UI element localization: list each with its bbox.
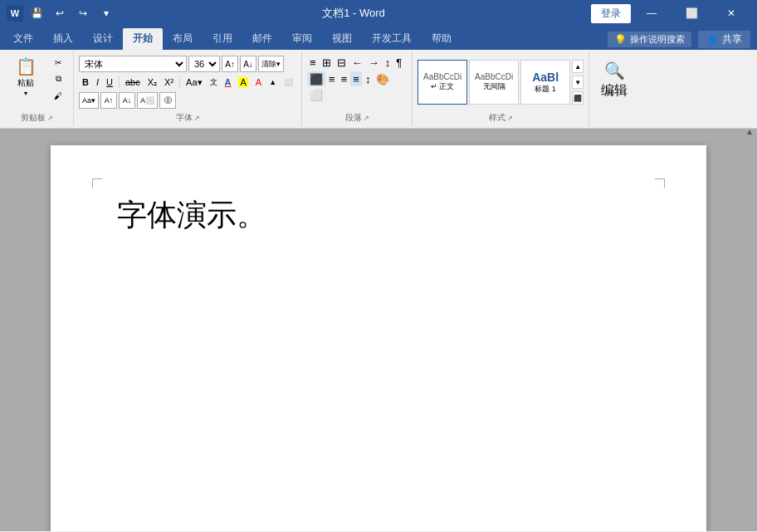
redo-button[interactable]: ↪ [73,3,93,23]
multilevel-button[interactable]: ⊟ [335,55,349,70]
paragraph-expand-icon[interactable]: ↗ [364,115,369,122]
shading-para-button[interactable]: 🎨 [374,71,392,86]
font-name-select[interactable]: 宋体 [79,56,187,72]
share-button[interactable]: 👤 共享 [698,31,750,48]
title-bar: W 💾 ↩ ↪ ▾ 文档1 - Word 登录 — ⬜ ✕ [0,0,757,27]
justify-button[interactable]: ≡ [350,71,362,86]
style-no-spacing[interactable]: AaBbCcDi 无间隔 [469,60,519,105]
font-size4-button[interactable]: A↓ [119,92,135,109]
underline-button[interactable]: U [103,75,116,90]
paste-button[interactable]: 📋 粘贴 ▾ [5,55,46,99]
format-painter-button[interactable]: 🖌 [48,88,68,103]
copy-button[interactable]: ⧉ [48,71,68,86]
tab-file[interactable]: 文件 [3,28,43,50]
paste-dropdown-icon: ▾ [24,90,27,97]
tab-references[interactable]: 引用 [203,28,242,50]
style-normal-preview: AaBbCcDi [423,72,462,81]
show-formatting-button[interactable]: ¶ [393,55,404,70]
styles-expand-icon[interactable]: ↗ [507,115,513,122]
tab-layout[interactable]: 布局 [163,28,203,50]
style-heading1[interactable]: AaBl 标题 1 [520,60,570,105]
subscript-button[interactable]: X₂ [144,75,160,90]
cut-button[interactable]: ✂ [48,55,68,70]
font-aa-button[interactable]: Aa▾ [79,92,99,109]
ribbon-tabs: 文件 插入 设计 开始 布局 引用 邮件 审阅 视图 开发工具 帮助 💡 操作说… [0,27,757,50]
align-left-button[interactable]: ⬛ [307,71,325,86]
highlight-button[interactable]: A [235,75,251,90]
superscript-button[interactable]: X² [161,75,177,90]
font-color-button[interactable]: A [222,75,235,90]
font-name-row: 宋体 36 A↑ A↓ 清除▾ [79,56,284,72]
increase-indent-button[interactable]: → [366,55,382,70]
ribbon-collapse-button[interactable]: ▲ [745,127,754,136]
close-button[interactable]: ✕ [712,0,750,27]
tab-view[interactable]: 视图 [322,28,362,50]
paragraph-section: ≡ ⊞ ⊟ ← → ↕ ¶ ⬛ ≡ ≡ ≡ ↕ 🎨 ⬜ 段落 ↗ [302,51,413,126]
styles-scroll-down[interactable]: ▼ [572,76,584,89]
magnifier-icon: 🔍 [604,61,625,81]
font-border2-button[interactable]: A⬜ [137,92,158,109]
font-size-down-button[interactable]: A↓ [240,56,256,72]
wubi-button[interactable]: 文 [207,75,221,90]
ribbon-search-box[interactable]: 💡 操作说明搜索 [608,32,691,47]
borders-button[interactable]: ⬜ [307,87,325,102]
clipboard-expand-icon[interactable]: ↗ [47,115,53,122]
tab-insert[interactable]: 插入 [43,28,83,50]
styles-expand-button[interactable]: ⬛ [572,91,584,105]
qat-dropdown-button[interactable]: ▾ [96,3,116,23]
font-circle-button[interactable]: ⓪ [159,92,176,109]
sort-button[interactable]: ↕ [383,55,393,70]
line-spacing-button[interactable]: ↕ [363,71,374,86]
border-button[interactable]: ⬜ [281,75,296,90]
clipboard-section: 📋 粘贴 ▾ ✂ ⧉ 🖌 剪贴板 ↗ [0,51,74,126]
italic-button[interactable]: I [93,75,102,90]
title-bar-right: 登录 — ⬜ ✕ [591,0,750,27]
editing-content: 🔍 编辑 [593,53,636,123]
share-icon: 👤 [706,34,719,46]
bullets-button[interactable]: ≡ [307,55,319,70]
tab-developer[interactable]: 开发工具 [362,28,422,50]
align-center-button[interactable]: ≡ [326,71,338,86]
styles-scroll-buttons: ▲ ▼ ⬛ [572,60,584,105]
style-heading1-preview: AaBl [532,71,559,84]
font-size-select[interactable]: 36 [188,56,220,72]
align-right-button[interactable]: ≡ [339,71,350,86]
document-content[interactable]: 字体演示。 [117,195,640,236]
case-button[interactable]: Aa▾ [183,75,205,90]
document-page[interactable]: 字体演示。 [51,145,706,531]
clear-format-button[interactable]: 清除▾ [258,56,284,72]
numbering-button[interactable]: ⊞ [320,55,334,70]
clipboard-label: 剪贴板 ↗ [17,111,56,124]
paragraph-content: ≡ ⊞ ⊟ ← → ↕ ¶ ⬛ ≡ ≡ ≡ ↕ 🎨 ⬜ [305,53,408,111]
font-size3-button[interactable]: A↑ [100,92,117,109]
tab-review[interactable]: 审阅 [282,28,322,50]
save-button[interactable]: 💾 [27,3,46,23]
tab-home[interactable]: 开始 [123,28,163,50]
separator-1 [119,76,120,88]
style-normal[interactable]: AaBbCcDi ↵ 正文 [418,60,467,105]
shading-button[interactable]: ▲ [266,75,280,90]
find-replace-button[interactable]: 🔍 编辑 [594,55,634,105]
tab-design[interactable]: 设计 [83,28,123,50]
styles-section-label: 样式 ↗ [486,111,516,124]
undo-button[interactable]: ↩ [50,3,70,23]
style-normal-label: ↵ 正文 [431,81,455,92]
bold-button[interactable]: B [79,75,92,90]
decrease-indent-button[interactable]: ← [349,55,365,70]
tab-mailings[interactable]: 邮件 [242,28,282,50]
minimize-button[interactable]: — [632,0,671,27]
style-heading1-label: 标题 1 [535,84,556,95]
paste-icon: 📋 [16,56,37,76]
font-expand-icon[interactable]: ↗ [194,115,200,122]
font-size-up-button[interactable]: A↑ [222,56,238,72]
strikethrough-button[interactable]: abc [122,75,144,90]
clipboard-sub: ✂ ⧉ 🖌 [48,55,68,103]
editing-section-label [611,123,618,124]
restore-button[interactable]: ⬜ [672,0,711,27]
paragraph-section-label: 段落 ↗ [342,111,373,124]
tab-help[interactable]: 帮助 [422,28,462,50]
styles-scroll-up[interactable]: ▲ [572,60,584,73]
font-color2-button[interactable]: A [252,75,265,90]
editing-label: 编辑 [601,82,628,100]
login-button[interactable]: 登录 [591,4,631,23]
